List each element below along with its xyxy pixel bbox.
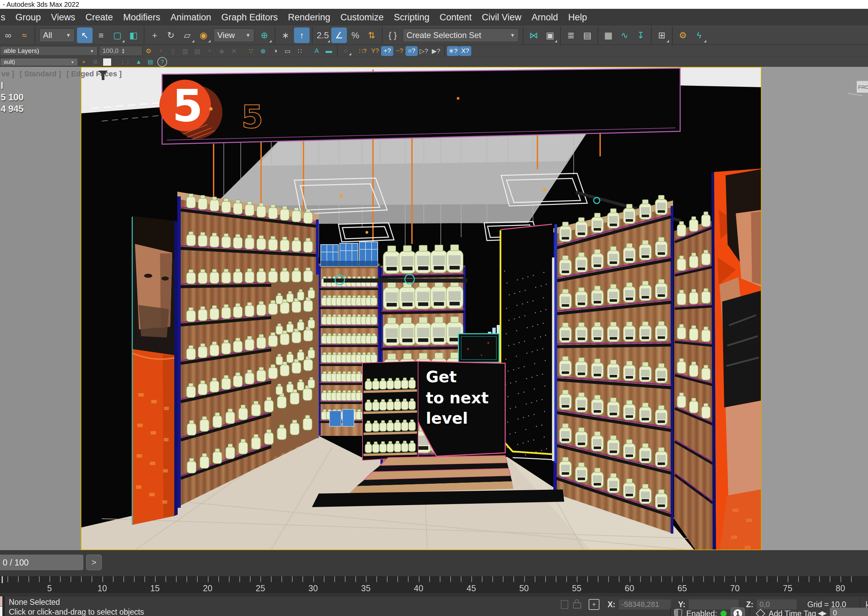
angle-snap-icon[interactable]: ∠	[331, 27, 347, 43]
collapse-anim-layer-icon[interactable]: ◈	[216, 46, 228, 56]
menu-arnold[interactable]: Arnold	[526, 12, 563, 23]
window-crossing-icon[interactable]: ◧	[126, 27, 141, 43]
scene-explorer-icon[interactable]: ≣	[563, 27, 579, 43]
material-editor-icon[interactable]: ⊞	[654, 27, 670, 43]
select-objects-in-layer-icon[interactable]: +	[155, 46, 167, 56]
edit-named-selection-sets-icon[interactable]: { }	[385, 27, 400, 43]
viewport-shading-label[interactable]: [ Standard ]	[20, 69, 61, 79]
slider-snap-override-icon[interactable]: =?	[406, 46, 418, 56]
menu-modifiers[interactable]: Modifiers	[118, 12, 166, 23]
layer-weight-spinner[interactable]: 100,0▲▼	[99, 46, 143, 56]
x-coordinate-field[interactable]: -58348,281	[619, 599, 671, 610]
curve-editor-icon[interactable]: ▦	[600, 27, 616, 43]
layer-stack-icon[interactable]: ≣	[89, 58, 101, 66]
menu-help[interactable]: Help	[563, 12, 592, 23]
track-bar[interactable]: 0 / 100 >	[0, 550, 868, 576]
schematic-view-icon[interactable]: ∿	[617, 27, 632, 43]
kiosk-counter[interactable]: Get to next level	[415, 361, 505, 456]
spinner-arrows-icon[interactable]: ▲▼	[122, 48, 125, 54]
render-iterative-icon[interactable]: ϟ	[691, 27, 707, 43]
menu-rendering[interactable]: Rendering	[283, 12, 335, 23]
percent-snap-icon[interactable]: %	[348, 27, 363, 43]
shield-icon[interactable]	[674, 609, 682, 616]
menu-customize[interactable]: Customize	[335, 12, 389, 23]
layer-explorer-icon[interactable]: ▤	[580, 27, 595, 43]
bind-to-space-warp-icon[interactable]: ≈	[17, 27, 32, 43]
current-frame-field[interactable]: 0	[830, 608, 868, 616]
selected-column[interactable]	[500, 223, 553, 460]
face-snap-override-icon[interactable]: ▶?	[430, 46, 442, 56]
select-and-link-icon[interactable]: ∞	[0, 27, 16, 43]
menu-animation[interactable]: Animation	[166, 12, 216, 23]
menu-civil-view[interactable]: Civil View	[477, 12, 526, 23]
anim-layer-properties-icon[interactable]: ⚙	[143, 46, 155, 56]
selection-filter-dropdown[interactable]: All▼	[39, 28, 75, 42]
menu-content[interactable]: Content	[435, 12, 477, 23]
shade-selected-icon[interactable]: ◑	[269, 46, 281, 56]
paste-anim-layer-icon[interactable]: ▤	[191, 46, 204, 56]
disable-anim-layer-icon[interactable]: ✕	[228, 46, 240, 56]
clone-options-icon[interactable]: ▭	[281, 46, 294, 56]
select-by-name-icon[interactable]: ≡	[93, 27, 109, 43]
select-region-icon[interactable]: ▢	[110, 27, 125, 43]
menu-s[interactable]: s	[0, 12, 11, 23]
object-color-swatch[interactable]	[103, 58, 111, 66]
menu-create[interactable]: Create	[80, 12, 118, 23]
grid-snap-override-icon[interactable]: ∷?	[357, 46, 369, 56]
render-setup-icon[interactable]: ↧	[633, 27, 649, 43]
pixel-grid-icon[interactable]: ∷	[294, 46, 306, 56]
help-icon[interactable]: ?	[157, 57, 167, 67]
add-time-tag[interactable]: Add Time Tag	[769, 609, 816, 616]
scene-notes-icon[interactable]: ▤	[144, 58, 156, 66]
left-viewport-strip[interactable]	[0, 67, 81, 550]
key-filter-button[interactable]: 1	[731, 608, 745, 616]
menu-scripting[interactable]: Scripting	[389, 12, 434, 23]
spinner-snap-icon[interactable]: ⇅	[364, 27, 379, 43]
mirror-icon[interactable]: ⋈	[526, 27, 542, 43]
time-slider[interactable]: 0 / 100	[0, 555, 83, 570]
selection-lock-icon[interactable]	[573, 602, 581, 608]
menu-group[interactable]: Group	[11, 12, 46, 23]
select-and-move-icon[interactable]: +	[147, 27, 162, 43]
measure-distance-icon[interactable]: ▬	[323, 46, 335, 56]
point-snap-override-icon[interactable]: +?	[381, 46, 393, 56]
populate-icon[interactable]: ▲	[133, 58, 144, 66]
circular-array-icon[interactable]: ◌	[340, 46, 352, 56]
create-selection-set-dropdown[interactable]: Create Selection Set▼	[403, 28, 519, 42]
transform-typein-icon[interactable]: +	[589, 599, 600, 610]
viewcube-front-label[interactable]: FRON	[857, 81, 868, 93]
next-frame-step-button[interactable]: >	[86, 555, 102, 570]
timeline-ruler[interactable]: 5101520253035404550556065707580	[0, 576, 868, 596]
select-object-icon[interactable]: ↖	[77, 27, 92, 43]
macro-recorder-pane[interactable]	[0, 596, 2, 606]
maxscript-listener-pane[interactable]	[0, 607, 2, 616]
keyboard-override-icon[interactable]: ↑	[294, 27, 310, 43]
select-and-place-icon[interactable]: ◉	[196, 27, 211, 43]
frame-spinner-arrows[interactable]: ◀▶	[818, 609, 826, 616]
copy-anim-layer-icon[interactable]: ▥	[179, 46, 191, 56]
delete-anim-layer-icon[interactable]: ▯	[167, 46, 179, 56]
pivot-snap-override-icon[interactable]: Y?	[369, 46, 381, 56]
paste-new-layer-icon[interactable]: +	[204, 46, 216, 56]
marker-points-icon[interactable]: ∵	[245, 46, 257, 56]
menu-views[interactable]: Views	[46, 12, 81, 23]
grid-align-icon[interactable]: A	[310, 46, 323, 56]
normal-snap-override-icon[interactable]: ▷?	[418, 46, 430, 56]
freeze-snap-override-icon[interactable]: ✳?	[447, 46, 459, 56]
isolate-selection-icon[interactable]	[561, 600, 568, 609]
reference-coordinate-dropdown[interactable]: View▼	[214, 28, 254, 42]
align-target-icon[interactable]: ⊕	[257, 46, 269, 56]
select-and-manipulate-icon[interactable]: ∗	[278, 27, 293, 43]
anim-layers-dropdown[interactable]: able Layers)▼	[0, 46, 98, 56]
align-icon[interactable]: ▣	[542, 27, 558, 43]
snap-toggle-icon[interactable]: 2.5	[315, 27, 331, 43]
perspective-viewport[interactable]: \	[81, 67, 761, 550]
render-production-icon[interactable]: ⚙	[675, 27, 691, 43]
segment-snap-override-icon[interactable]: −?	[393, 46, 406, 56]
select-and-scale-icon[interactable]: ▱	[179, 27, 195, 43]
select-and-rotate-icon[interactable]: ↻	[163, 27, 179, 43]
filter-funnel-icon[interactable]	[98, 71, 108, 76]
use-pivot-center-icon[interactable]: ⊕	[257, 27, 272, 43]
viewport-edged-faces-label[interactable]: [ Edged Faces ]	[66, 69, 122, 79]
menu-graph-editors[interactable]: Graph Editors	[216, 12, 283, 23]
